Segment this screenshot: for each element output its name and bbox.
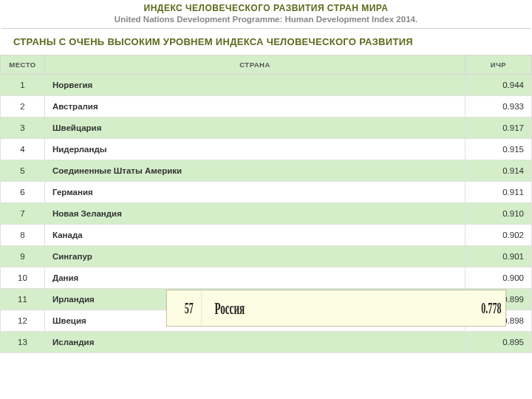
cell-country: Швейцария [45, 117, 466, 139]
table-row: 13Исландия0.895 [1, 332, 532, 353]
table-row: 9Сингапур0.901 [1, 246, 532, 267]
cell-index: 0.915 [466, 139, 532, 160]
page-header: ИНДЕКС ЧЕЛОВЕЧЕСКОГО РАЗВИТИЯ СТРАН МИРА… [0, 0, 532, 25]
table-row: 10Дания0.900 [1, 267, 532, 289]
table-row: 5Соединенные Штаты Америки0.914 [1, 160, 532, 182]
table-header-row: МЕСТО СТРАНА ИЧР [1, 55, 532, 75]
cell-country: Дания [45, 267, 466, 289]
cell-country: Нидерланды [45, 139, 466, 160]
table-row: 3Швейцария0.917 [1, 117, 532, 139]
cell-country: Канада [45, 225, 466, 246]
page-subtitle: United Nations Development Programme: Hu… [0, 15, 532, 24]
cell-rank: 10 [1, 267, 45, 289]
russia-highlight-overlay: 57 Россия 0.778 [166, 290, 506, 327]
cell-index: 0.917 [466, 117, 532, 139]
cell-rank: 11 [1, 289, 45, 310]
cell-rank: 7 [1, 203, 45, 225]
col-header-country: СТРАНА [45, 55, 466, 75]
cell-country: Норвегия [45, 75, 466, 96]
cell-country: Соединенные Штаты Америки [45, 160, 466, 182]
table-row: 2Австралия0.933 [1, 96, 532, 117]
cell-rank: 13 [1, 332, 45, 353]
overlay-rank: 57 [177, 290, 202, 326]
col-header-rank: МЕСТО [1, 55, 45, 75]
cell-index: 0.914 [466, 160, 532, 182]
cell-country: Новая Зеландия [45, 203, 466, 225]
cell-index: 0.902 [466, 225, 532, 246]
cell-index: 0.910 [466, 203, 532, 225]
table-row: 1Норвегия0.944 [1, 75, 532, 96]
cell-country: Австралия [45, 96, 466, 117]
page-title: ИНДЕКС ЧЕЛОВЕЧЕСКОГО РАЗВИТИЯ СТРАН МИРА [0, 3, 532, 13]
cell-country: Сингапур [45, 246, 466, 267]
overlay-index: 0.778 [469, 299, 506, 318]
cell-country: Германия [45, 182, 466, 203]
cell-index: 0.900 [466, 267, 532, 289]
section-heading: СТРАНЫ С ОЧЕНЬ ВЫСОКИМ УРОВНЕМ ИНДЕКСА Ч… [0, 35, 532, 55]
cell-rank: 1 [1, 75, 45, 96]
cell-rank: 2 [1, 96, 45, 117]
cell-index: 0.901 [466, 246, 532, 267]
cell-rank: 3 [1, 117, 45, 139]
cell-index: 0.895 [466, 332, 532, 353]
table-row: 6Германия0.911 [1, 182, 532, 203]
cell-country: Исландия [45, 332, 466, 353]
table-row: 7Новая Зеландия0.910 [1, 203, 532, 225]
cell-rank: 4 [1, 139, 45, 160]
cell-index: 0.944 [466, 75, 532, 96]
cell-index: 0.911 [466, 182, 532, 203]
cell-rank: 5 [1, 160, 45, 182]
cell-rank: 8 [1, 225, 45, 246]
col-header-index: ИЧР [466, 55, 532, 75]
cell-rank: 12 [1, 310, 45, 332]
cell-rank: 6 [1, 182, 45, 203]
overlay-country: Россия [211, 299, 336, 318]
cell-index: 0.933 [466, 96, 532, 117]
table-row: 4Нидерланды0.915 [1, 139, 532, 160]
cell-rank: 9 [1, 246, 45, 267]
table-row: 8Канада0.902 [1, 225, 532, 246]
divider [1, 28, 531, 29]
